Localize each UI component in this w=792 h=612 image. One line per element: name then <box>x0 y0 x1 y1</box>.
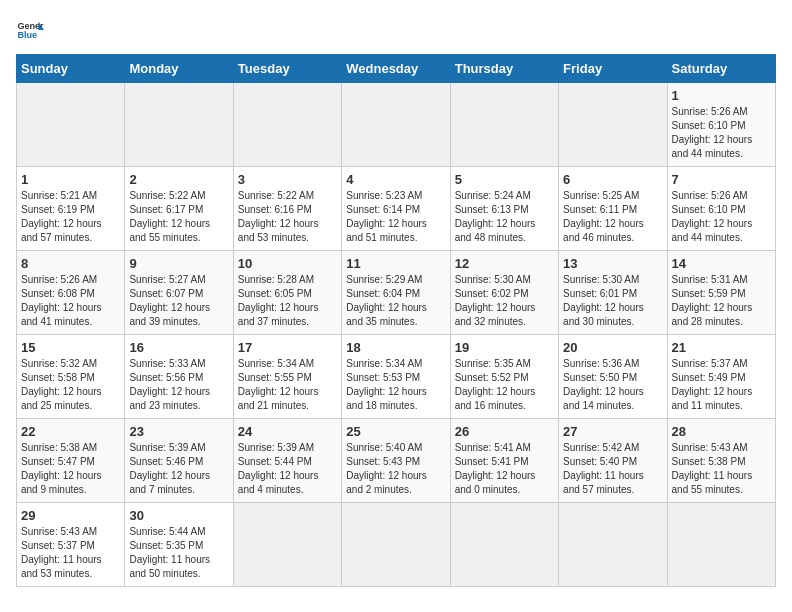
calendar-cell: 27Sunrise: 5:42 AMSunset: 5:40 PMDayligh… <box>559 419 667 503</box>
header-saturday: Saturday <box>667 55 775 83</box>
calendar-cell: 28Sunrise: 5:43 AMSunset: 5:38 PMDayligh… <box>667 419 775 503</box>
cell-sun-info: Sunrise: 5:39 AMSunset: 5:46 PMDaylight:… <box>129 441 228 497</box>
calendar-cell: 26Sunrise: 5:41 AMSunset: 5:41 PMDayligh… <box>450 419 558 503</box>
header-wednesday: Wednesday <box>342 55 450 83</box>
cell-sun-info: Sunrise: 5:30 AMSunset: 6:01 PMDaylight:… <box>563 273 662 329</box>
calendar-cell <box>450 503 558 587</box>
day-number: 22 <box>21 424 120 439</box>
day-number: 12 <box>455 256 554 271</box>
calendar-cell <box>342 503 450 587</box>
calendar-cell: 30Sunrise: 5:44 AMSunset: 5:35 PMDayligh… <box>125 503 233 587</box>
cell-sun-info: Sunrise: 5:22 AMSunset: 6:16 PMDaylight:… <box>238 189 337 245</box>
calendar-header-row: SundayMondayTuesdayWednesdayThursdayFrid… <box>17 55 776 83</box>
cell-sun-info: Sunrise: 5:22 AMSunset: 6:17 PMDaylight:… <box>129 189 228 245</box>
header-sunday: Sunday <box>17 55 125 83</box>
header-monday: Monday <box>125 55 233 83</box>
cell-sun-info: Sunrise: 5:30 AMSunset: 6:02 PMDaylight:… <box>455 273 554 329</box>
cell-sun-info: Sunrise: 5:34 AMSunset: 5:55 PMDaylight:… <box>238 357 337 413</box>
calendar-cell <box>125 83 233 167</box>
calendar-cell <box>233 503 341 587</box>
calendar-cell: 20Sunrise: 5:36 AMSunset: 5:50 PMDayligh… <box>559 335 667 419</box>
calendar-cell <box>559 503 667 587</box>
calendar-cell: 14Sunrise: 5:31 AMSunset: 5:59 PMDayligh… <box>667 251 775 335</box>
cell-sun-info: Sunrise: 5:37 AMSunset: 5:49 PMDaylight:… <box>672 357 771 413</box>
day-number: 1 <box>672 88 771 103</box>
cell-sun-info: Sunrise: 5:26 AMSunset: 6:10 PMDaylight:… <box>672 189 771 245</box>
cell-sun-info: Sunrise: 5:33 AMSunset: 5:56 PMDaylight:… <box>129 357 228 413</box>
calendar-cell: 5Sunrise: 5:24 AMSunset: 6:13 PMDaylight… <box>450 167 558 251</box>
cell-sun-info: Sunrise: 5:42 AMSunset: 5:40 PMDaylight:… <box>563 441 662 497</box>
calendar-cell: 18Sunrise: 5:34 AMSunset: 5:53 PMDayligh… <box>342 335 450 419</box>
day-number: 4 <box>346 172 445 187</box>
calendar-cell: 10Sunrise: 5:28 AMSunset: 6:05 PMDayligh… <box>233 251 341 335</box>
day-number: 11 <box>346 256 445 271</box>
calendar-cell: 15Sunrise: 5:32 AMSunset: 5:58 PMDayligh… <box>17 335 125 419</box>
calendar-week-row: 8Sunrise: 5:26 AMSunset: 6:08 PMDaylight… <box>17 251 776 335</box>
calendar-cell: 9Sunrise: 5:27 AMSunset: 6:07 PMDaylight… <box>125 251 233 335</box>
calendar-cell: 23Sunrise: 5:39 AMSunset: 5:46 PMDayligh… <box>125 419 233 503</box>
cell-sun-info: Sunrise: 5:21 AMSunset: 6:19 PMDaylight:… <box>21 189 120 245</box>
calendar-cell: 1Sunrise: 5:21 AMSunset: 6:19 PMDaylight… <box>17 167 125 251</box>
cell-sun-info: Sunrise: 5:27 AMSunset: 6:07 PMDaylight:… <box>129 273 228 329</box>
calendar-table: SundayMondayTuesdayWednesdayThursdayFrid… <box>16 54 776 587</box>
cell-sun-info: Sunrise: 5:28 AMSunset: 6:05 PMDaylight:… <box>238 273 337 329</box>
logo-icon: General Blue <box>16 16 44 44</box>
calendar-cell: 2Sunrise: 5:22 AMSunset: 6:17 PMDaylight… <box>125 167 233 251</box>
logo: General Blue <box>16 16 44 44</box>
calendar-week-row: 15Sunrise: 5:32 AMSunset: 5:58 PMDayligh… <box>17 335 776 419</box>
day-number: 9 <box>129 256 228 271</box>
day-number: 29 <box>21 508 120 523</box>
cell-sun-info: Sunrise: 5:31 AMSunset: 5:59 PMDaylight:… <box>672 273 771 329</box>
cell-sun-info: Sunrise: 5:38 AMSunset: 5:47 PMDaylight:… <box>21 441 120 497</box>
day-number: 17 <box>238 340 337 355</box>
calendar-cell: 17Sunrise: 5:34 AMSunset: 5:55 PMDayligh… <box>233 335 341 419</box>
calendar-cell: 19Sunrise: 5:35 AMSunset: 5:52 PMDayligh… <box>450 335 558 419</box>
cell-sun-info: Sunrise: 5:35 AMSunset: 5:52 PMDaylight:… <box>455 357 554 413</box>
calendar-cell: 3Sunrise: 5:22 AMSunset: 6:16 PMDaylight… <box>233 167 341 251</box>
cell-sun-info: Sunrise: 5:26 AMSunset: 6:08 PMDaylight:… <box>21 273 120 329</box>
svg-text:Blue: Blue <box>17 30 37 40</box>
calendar-week-row: 1Sunrise: 5:21 AMSunset: 6:19 PMDaylight… <box>17 167 776 251</box>
day-number: 27 <box>563 424 662 439</box>
cell-sun-info: Sunrise: 5:44 AMSunset: 5:35 PMDaylight:… <box>129 525 228 581</box>
day-number: 18 <box>346 340 445 355</box>
day-number: 1 <box>21 172 120 187</box>
calendar-cell: 13Sunrise: 5:30 AMSunset: 6:01 PMDayligh… <box>559 251 667 335</box>
day-number: 7 <box>672 172 771 187</box>
page-header: General Blue <box>16 16 776 44</box>
cell-sun-info: Sunrise: 5:32 AMSunset: 5:58 PMDaylight:… <box>21 357 120 413</box>
calendar-week-row: 1Sunrise: 5:26 AMSunset: 6:10 PMDaylight… <box>17 83 776 167</box>
cell-sun-info: Sunrise: 5:36 AMSunset: 5:50 PMDaylight:… <box>563 357 662 413</box>
day-number: 20 <box>563 340 662 355</box>
day-number: 8 <box>21 256 120 271</box>
cell-sun-info: Sunrise: 5:34 AMSunset: 5:53 PMDaylight:… <box>346 357 445 413</box>
cell-sun-info: Sunrise: 5:39 AMSunset: 5:44 PMDaylight:… <box>238 441 337 497</box>
calendar-cell: 16Sunrise: 5:33 AMSunset: 5:56 PMDayligh… <box>125 335 233 419</box>
calendar-cell: 22Sunrise: 5:38 AMSunset: 5:47 PMDayligh… <box>17 419 125 503</box>
calendar-cell: 11Sunrise: 5:29 AMSunset: 6:04 PMDayligh… <box>342 251 450 335</box>
calendar-cell <box>342 83 450 167</box>
calendar-cell <box>667 503 775 587</box>
day-number: 28 <box>672 424 771 439</box>
day-number: 19 <box>455 340 554 355</box>
calendar-cell: 25Sunrise: 5:40 AMSunset: 5:43 PMDayligh… <box>342 419 450 503</box>
calendar-cell <box>559 83 667 167</box>
day-number: 25 <box>346 424 445 439</box>
cell-sun-info: Sunrise: 5:43 AMSunset: 5:38 PMDaylight:… <box>672 441 771 497</box>
header-thursday: Thursday <box>450 55 558 83</box>
cell-sun-info: Sunrise: 5:41 AMSunset: 5:41 PMDaylight:… <box>455 441 554 497</box>
calendar-cell: 21Sunrise: 5:37 AMSunset: 5:49 PMDayligh… <box>667 335 775 419</box>
cell-sun-info: Sunrise: 5:43 AMSunset: 5:37 PMDaylight:… <box>21 525 120 581</box>
day-number: 6 <box>563 172 662 187</box>
calendar-cell: 4Sunrise: 5:23 AMSunset: 6:14 PMDaylight… <box>342 167 450 251</box>
calendar-cell: 1Sunrise: 5:26 AMSunset: 6:10 PMDaylight… <box>667 83 775 167</box>
header-friday: Friday <box>559 55 667 83</box>
calendar-cell: 12Sunrise: 5:30 AMSunset: 6:02 PMDayligh… <box>450 251 558 335</box>
calendar-cell: 6Sunrise: 5:25 AMSunset: 6:11 PMDaylight… <box>559 167 667 251</box>
day-number: 14 <box>672 256 771 271</box>
day-number: 26 <box>455 424 554 439</box>
header-tuesday: Tuesday <box>233 55 341 83</box>
day-number: 24 <box>238 424 337 439</box>
cell-sun-info: Sunrise: 5:25 AMSunset: 6:11 PMDaylight:… <box>563 189 662 245</box>
cell-sun-info: Sunrise: 5:24 AMSunset: 6:13 PMDaylight:… <box>455 189 554 245</box>
